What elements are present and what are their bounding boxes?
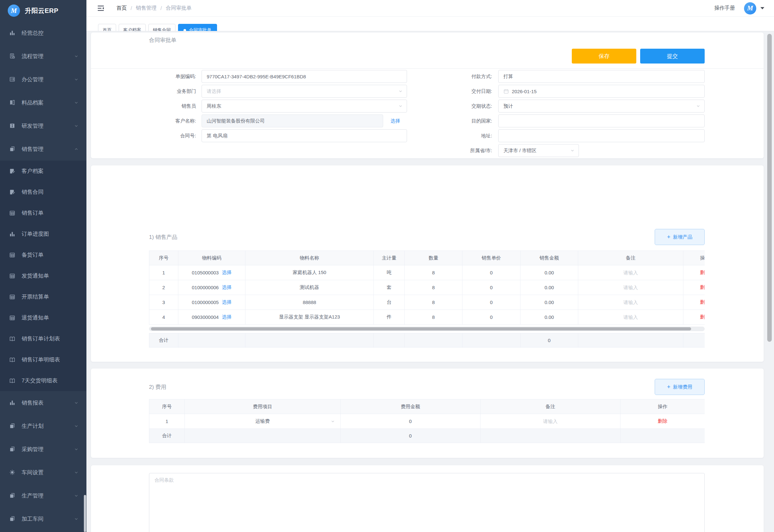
chart-icon — [9, 30, 15, 36]
chevron-down-icon — [74, 424, 79, 429]
fees-table-viewport: 序号费用项目费用金额 备注操作 1 运输费 0 — [149, 399, 705, 443]
contract-no-label: 合同号: — [149, 133, 196, 139]
row-select-link[interactable]: 选择 — [222, 270, 232, 276]
select-value: 运输费 — [255, 418, 270, 424]
tab-label: 合同审批单 — [189, 27, 212, 31]
destination-country-field[interactable] — [498, 114, 705, 127]
row-select-link[interactable]: 选择 — [222, 284, 232, 291]
id-card-icon — [9, 76, 15, 83]
sidebar-item-invoice-settlement[interactable]: 开票结算单 — [0, 286, 86, 307]
sidebar-item-order-progress[interactable]: 订单进度图 — [0, 223, 86, 244]
business-dept-select[interactable]: 请选择 — [202, 85, 407, 98]
row-delete-link[interactable]: 删除 — [700, 284, 705, 290]
address-field[interactable] — [498, 129, 705, 142]
row-select-link[interactable]: 选择 — [222, 299, 232, 305]
product-row: 4 0903000004选择 显示器支架 显示器支架A123 件 8 0 0.0… — [149, 310, 705, 325]
delivery-date-picker[interactable]: 2026-01-15 — [498, 85, 705, 98]
sidebar-item-label: 采购管理 — [22, 446, 44, 453]
plus-icon: + — [667, 384, 670, 390]
sidebar-item-customer-archives[interactable]: 客户档案 — [0, 161, 86, 182]
sidebar-item-business-overview[interactable]: 经营总控 — [0, 21, 86, 44]
table-icon — [9, 210, 15, 216]
remark-input[interactable] — [486, 418, 614, 424]
fee-item-select[interactable]: 运输费 — [185, 414, 341, 429]
tab-home[interactable]: 首页 — [98, 24, 116, 31]
sidebar-item-production-mgmt[interactable]: 生产管理 — [0, 484, 86, 507]
row-delete-link[interactable]: 删除 — [700, 270, 705, 275]
submit-button[interactable]: 提交 — [640, 49, 705, 64]
caret-down-icon[interactable] — [760, 7, 764, 9]
remark-input[interactable] — [583, 314, 679, 320]
add-product-button[interactable]: + 新增产品 — [655, 229, 705, 245]
app-logo: M 升阳云ERP — [0, 0, 86, 21]
sidebar-item-office-mgmt[interactable]: 办公管理 — [0, 68, 86, 91]
sidebar-item-return-notice[interactable]: 退货通知单 — [0, 307, 86, 328]
app-root: M 升阳云ERP 经营总控 流程管理 办公管理 料品档案 研发管理 — [0, 0, 774, 532]
doc-code-field[interactable] — [202, 70, 407, 83]
breadcrumb-section[interactable]: 销售管理 — [136, 5, 156, 12]
sidebar-item-delivery-7day-detail[interactable]: 7天交货明细表 — [0, 370, 86, 391]
sidebar-item-shipping-notice[interactable]: 发货通知单 — [0, 265, 86, 286]
sidebar-item-rnd-mgmt[interactable]: 研发管理 — [0, 114, 86, 137]
open-book-icon — [9, 378, 15, 384]
province-city-select[interactable]: 天津市 / 市辖区 — [498, 144, 579, 157]
sidebar-item-processing-workshop[interactable]: 加工车间 — [0, 507, 86, 530]
avatar[interactable]: M — [744, 2, 756, 15]
breadcrumb-home[interactable]: 首页 — [116, 5, 127, 12]
salesperson-select[interactable]: 周桂东 — [202, 100, 407, 113]
sidebar-item-production-plan[interactable]: 生产计划 — [0, 414, 86, 438]
sidebar-item-sales-order-plan[interactable]: 销售订单计划表 — [0, 328, 86, 349]
delivery-status-select[interactable]: 预计 — [498, 100, 705, 113]
remark-input[interactable] — [583, 284, 679, 291]
sidebar: M 升阳云ERP 经营总控 流程管理 办公管理 料品档案 研发管理 — [0, 0, 86, 532]
hamburger-icon[interactable] — [97, 4, 105, 12]
total-amount: 0 — [521, 333, 578, 348]
active-dot-icon — [184, 29, 186, 31]
sidebar-item-sales-order[interactable]: 销售订单 — [0, 202, 86, 223]
contract-form: 单据编码: 业务部门 请选择 销售员 — [149, 70, 705, 159]
row-delete-link[interactable]: 删除 — [700, 314, 705, 320]
fees-section-title: 2) 费用 — [149, 383, 166, 391]
sidebar-item-sales-order-detail[interactable]: 销售订单明细表 — [0, 349, 86, 370]
save-button[interactable]: 保存 — [572, 49, 636, 64]
row-select-link[interactable]: 选择 — [222, 314, 232, 320]
app-title: 升阳云ERP — [25, 6, 58, 15]
sidebar-item-label: 生产管理 — [22, 492, 44, 499]
customer-select-link[interactable]: 选择 — [391, 118, 400, 124]
sidebar-item-process-mgmt[interactable]: 流程管理 — [0, 44, 86, 68]
row-delete-link[interactable]: 删除 — [700, 299, 705, 305]
page-scrollbar[interactable] — [767, 34, 772, 342]
chevron-down-icon — [696, 104, 700, 108]
sidebar-scrollbar[interactable] — [84, 495, 86, 532]
copy-icon — [9, 446, 15, 452]
sidebar-item-label: 销售订单 — [22, 209, 44, 217]
sidebar-item-purchase-mgmt[interactable]: 采购管理 — [0, 438, 86, 461]
sidebar-item-workshop-settings[interactable]: 车间设置 — [0, 461, 86, 484]
sidebar-item-material-archives[interactable]: 料品档案 — [0, 91, 86, 114]
sidebar-item-label: 车间设置 — [22, 469, 44, 476]
manual-link[interactable]: 操作手册 — [714, 5, 735, 12]
remark-input[interactable] — [583, 299, 679, 305]
contract-no-field[interactable] — [202, 129, 407, 142]
payment-method-field[interactable] — [498, 70, 705, 83]
remark-input[interactable] — [583, 270, 679, 276]
chart-icon — [9, 231, 15, 237]
calendar-icon — [503, 89, 509, 94]
breadcrumb: 首页 / 销售管理 / 合同审批单 — [116, 5, 192, 12]
sidebar-item-sales-contract[interactable]: 销售合同 — [0, 182, 86, 202]
add-fee-button[interactable]: + 新增费用 — [655, 379, 705, 395]
sidebar-item-sales-report[interactable]: 销售报表 — [0, 391, 86, 414]
chevron-down-icon — [74, 400, 79, 405]
contract-terms-textarea[interactable] — [149, 473, 705, 532]
tab-contract-approval[interactable]: 合同审批单 — [178, 24, 217, 31]
material-code: 0105000003 — [192, 270, 219, 275]
chevron-down-icon — [74, 77, 79, 82]
delivery-status-label: 交期状态: — [448, 103, 492, 109]
table-horizontal-scrollbar[interactable] — [151, 327, 691, 330]
tab-sales-contract[interactable]: 销售合同 — [148, 24, 175, 31]
products-total-row: 合计 0 — [149, 333, 705, 348]
sidebar-item-sales-mgmt[interactable]: 销售管理 — [0, 137, 86, 161]
row-delete-link[interactable]: 删除 — [658, 418, 668, 424]
tab-customer-archives[interactable]: 客户档案 — [119, 24, 146, 31]
sidebar-item-stocking-order[interactable]: 备货订单 — [0, 244, 86, 265]
